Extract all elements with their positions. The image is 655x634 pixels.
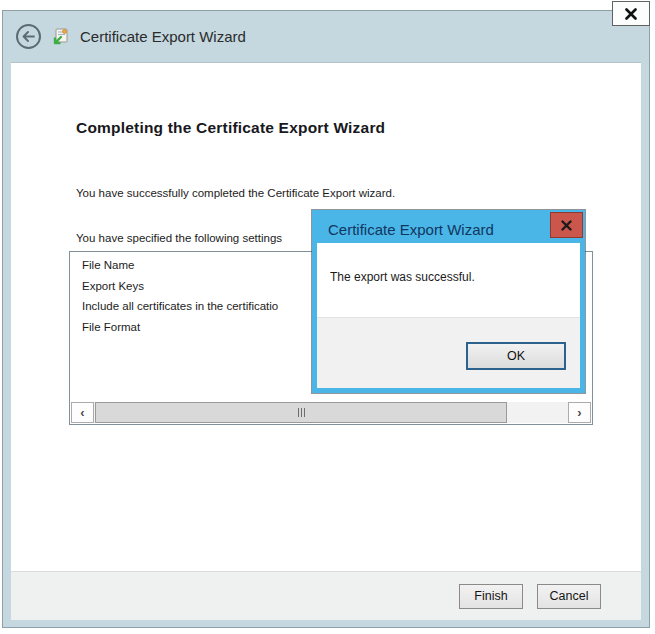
dialog-titlebar: Certificate Export Wizard <box>317 215 580 243</box>
cancel-button[interactable]: Cancel <box>537 584 601 609</box>
screen-close-button[interactable] <box>612 1 650 26</box>
dialog-title: Certificate Export Wizard <box>328 221 494 238</box>
scrollbar-track[interactable] <box>94 402 568 423</box>
close-icon <box>625 8 637 20</box>
dialog-footer: OK <box>317 318 580 388</box>
wizard-titlebar: Certificate Export Wizard <box>3 11 649 61</box>
scroll-left-button[interactable]: ‹ <box>71 402 94 423</box>
back-arrow-icon <box>22 31 35 42</box>
back-button[interactable] <box>16 24 41 49</box>
dialog-message: The export was successful. <box>317 243 580 284</box>
ok-button[interactable]: OK <box>466 342 566 370</box>
scroll-right-button[interactable]: › <box>568 402 591 423</box>
grip-icon <box>301 408 302 417</box>
close-icon <box>561 220 572 231</box>
completion-text: You have successfully completed the Cert… <box>76 187 395 199</box>
finish-button[interactable]: Finish <box>459 584 523 609</box>
dialog-close-button[interactable] <box>550 212 583 238</box>
page-title: Completing the Certificate Export Wizard <box>76 119 385 137</box>
wizard-footer: Finish Cancel <box>11 571 641 620</box>
settings-label: You have specified the following setting… <box>76 232 282 244</box>
grip-icon <box>304 408 305 417</box>
window-title: Certificate Export Wizard <box>80 28 246 45</box>
certificate-icon <box>52 28 69 45</box>
scrollbar-thumb[interactable] <box>95 402 507 423</box>
export-success-dialog: Certificate Export Wizard The export was… <box>312 210 585 393</box>
grip-icon <box>298 408 299 417</box>
dialog-body: The export was successful. <box>317 243 580 318</box>
horizontal-scrollbar[interactable]: ‹ › <box>71 402 591 423</box>
